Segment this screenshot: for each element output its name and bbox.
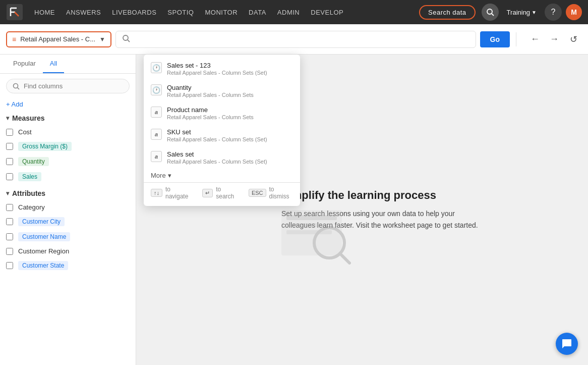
dropdown-item-title: Sales set <box>167 150 293 158</box>
list-item[interactable]: Sales <box>0 169 136 184</box>
more-label: More <box>151 172 166 179</box>
nav-data[interactable]: DATA <box>244 6 271 19</box>
arrow-keys-kbd: ↑↓ <box>151 189 162 197</box>
dropdown-item-content: Product name Retail Apparel Sales - Colu… <box>167 106 293 120</box>
customer-state-tag: Customer State <box>18 261 68 270</box>
dropdown-more-button[interactable]: More ▾ <box>144 169 300 182</box>
forward-button[interactable]: → <box>546 31 563 48</box>
dropdown-item-sku-set[interactable]: a SKU set Retail Apparel Sales - Column … <box>144 124 300 146</box>
list-item[interactable]: Quantity <box>0 154 136 169</box>
customer-name-checkbox[interactable] <box>6 233 13 240</box>
measures-list: Cost Gross Margin ($) Quantity Sales <box>0 124 136 185</box>
help-icon-button[interactable]: ? <box>545 4 562 21</box>
dropdown-item-subtitle: Retail Apparel Sales - Column Sets (Set) <box>167 136 293 142</box>
go-button[interactable]: Go <box>480 31 510 47</box>
divider <box>516 32 516 46</box>
search-bar-row: ≡ Retail Apparel Sales - C... ▼ Go ← → ↺ <box>0 24 588 55</box>
refresh-button[interactable]: ↺ <box>565 31 582 48</box>
svg-line-8 <box>128 40 130 42</box>
sales-checkbox[interactable] <box>6 173 13 180</box>
svg-point-9 <box>14 83 18 88</box>
dropdown-item-product-name[interactable]: a Product name Retail Apparel Sales - Co… <box>144 102 300 124</box>
nav-admin[interactable]: ADMIN <box>272 6 305 19</box>
nav-links: HOME ANSWERS LIVEBOARDS SPOTIQ MONITOR D… <box>29 6 417 19</box>
list-item[interactable]: Customer Region <box>0 244 136 258</box>
quantity-tag: Quantity <box>18 157 49 166</box>
back-button[interactable]: ← <box>526 31 544 48</box>
dropdown-item-subtitle: Retail Apparel Sales - Column Sets (Set) <box>167 70 293 76</box>
dropdown-item-subtitle: Retail Apparel Sales - Column Sets <box>167 114 293 120</box>
find-columns-input[interactable] <box>24 82 123 90</box>
avatar-label: M <box>571 8 577 16</box>
search-data-button[interactable]: Search data <box>419 5 476 20</box>
chevron-down-icon: ▾ <box>6 115 9 122</box>
category-label: Category <box>18 203 45 211</box>
svg-point-5 <box>487 9 492 14</box>
tab-row: Popular All <box>0 55 136 74</box>
list-item[interactable]: Category <box>0 200 136 214</box>
nav-develop[interactable]: DEVELOP <box>306 6 348 19</box>
search-icon-button[interactable] <box>482 4 499 21</box>
quantity-checkbox[interactable] <box>6 158 13 165</box>
search-input[interactable] <box>134 35 469 43</box>
find-columns-container <box>6 79 130 93</box>
training-dropdown[interactable]: Training ▼ <box>503 7 541 18</box>
datasource-selector[interactable]: ≡ Retail Apparel Sales - C... ▼ <box>6 31 111 47</box>
app-logo[interactable] <box>6 4 23 21</box>
chevron-down-icon: ▼ <box>532 10 537 15</box>
esc-kbd: ESC <box>249 189 266 197</box>
avatar[interactable]: M <box>566 4 582 20</box>
nav-answers[interactable]: ANSWERS <box>61 6 106 19</box>
list-item[interactable]: Customer State <box>0 258 136 273</box>
cost-checkbox[interactable] <box>6 129 13 136</box>
attributes-section-header[interactable]: ▾ Attributes <box>0 185 136 199</box>
customer-region-label: Customer Region <box>18 247 69 255</box>
forward-icon: → <box>550 34 559 44</box>
svg-point-7 <box>123 35 128 40</box>
tab-popular[interactable]: Popular <box>6 55 43 73</box>
dropdown-item-title: SKU set <box>167 128 293 136</box>
dropdown-item-content: SKU set Retail Apparel Sales - Column Se… <box>167 128 293 142</box>
search-icon <box>122 34 130 44</box>
chevron-down-icon: ▾ <box>6 190 9 197</box>
customer-city-checkbox[interactable] <box>6 218 13 225</box>
text-icon: a <box>151 107 162 118</box>
nav-right-area: Training ▼ ? M <box>482 4 582 21</box>
chat-bubble-button[interactable] <box>556 333 578 355</box>
list-item[interactable]: Cost <box>0 125 136 139</box>
top-navigation: HOME ANSWERS LIVEBOARDS SPOTIQ MONITOR D… <box>0 0 588 24</box>
customer-city-tag: Customer City <box>18 217 65 226</box>
dropdown-item-sales-set[interactable]: a Sales set Retail Apparel Sales - Colum… <box>144 146 300 169</box>
tab-all[interactable]: All <box>43 55 64 73</box>
measures-section-header[interactable]: ▾ Measures <box>0 110 136 124</box>
gross-margin-checkbox[interactable] <box>6 143 13 150</box>
customer-region-checkbox[interactable] <box>6 248 13 255</box>
dropdown-item-quantity[interactable]: 🕐 Quantity Retail Apparel Sales - Column… <box>144 80 300 102</box>
text-icon: a <box>151 151 162 162</box>
list-item[interactable]: Customer Name <box>0 229 136 244</box>
search-input-container <box>115 31 476 48</box>
customer-name-tag: Customer Name <box>18 232 70 241</box>
customer-state-checkbox[interactable] <box>6 262 13 269</box>
list-item[interactable]: Customer City <box>0 214 136 229</box>
text-icon: a <box>151 129 162 140</box>
search-dropdown: 🕐 Sales set - 123 Retail Apparel Sales -… <box>144 55 300 206</box>
chat-icon <box>561 338 572 349</box>
search-icon <box>13 83 20 90</box>
nav-monitor[interactable]: MONITOR <box>200 6 243 19</box>
nav-spotiq[interactable]: SPOTIQ <box>162 6 199 19</box>
cost-label: Cost <box>18 128 32 136</box>
nav-home[interactable]: HOME <box>29 6 60 19</box>
chevron-down-icon: ▾ <box>168 172 171 179</box>
list-item[interactable]: Gross Margin ($) <box>0 139 136 154</box>
dropdown-item-subtitle: Retail Apparel Sales - Column Sets <box>167 92 293 98</box>
svg-line-10 <box>18 87 20 89</box>
category-checkbox[interactable] <box>6 204 13 211</box>
dropdown-item-sales-set-123[interactable]: 🕐 Sales set - 123 Retail Apparel Sales -… <box>144 58 300 80</box>
measures-label: Measures <box>12 114 45 122</box>
nav-toolbar: ← → ↺ <box>526 31 582 48</box>
add-button[interactable]: + Add <box>0 98 136 110</box>
left-panel: Popular All + Add ▾ Measures Cost Gross … <box>0 55 136 365</box>
nav-liveboards[interactable]: LIVEBOARDS <box>107 6 161 19</box>
dismiss-label: to dismiss <box>269 186 293 200</box>
